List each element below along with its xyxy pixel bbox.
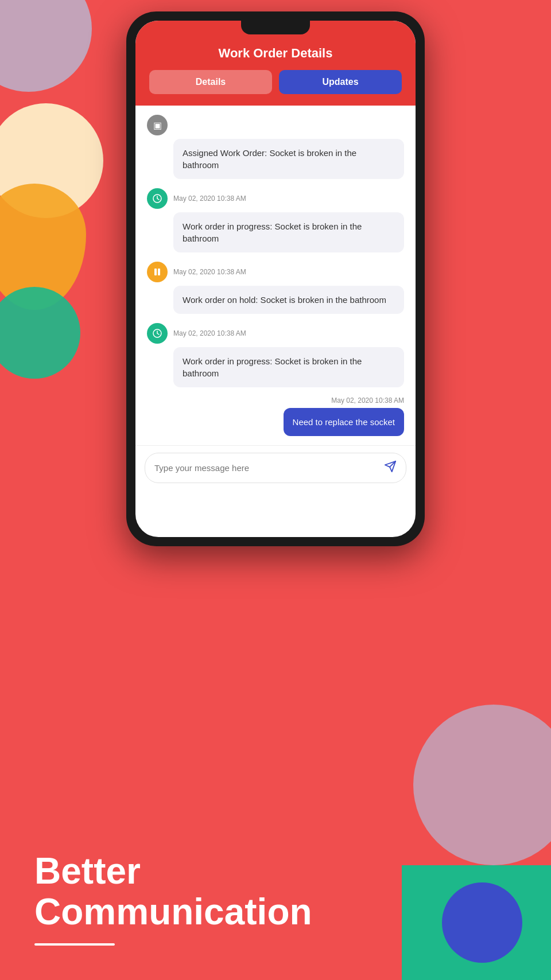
divider-line <box>34 943 115 946</box>
tab-updates[interactable]: Updates <box>279 70 402 94</box>
message-row: May 02, 2020 10:38 AM Work order in prog… <box>147 323 404 387</box>
message-input-wrapper <box>145 453 406 483</box>
phone-device: Work Order Details Details Updates ▣ Ass… <box>126 11 425 546</box>
status-icon-gray: ▣ <box>147 115 168 135</box>
status-icon-green <box>147 323 168 344</box>
svg-rect-2 <box>158 269 160 275</box>
message-input[interactable] <box>154 463 378 473</box>
message-bubble: Work order in progress: Socket is broken… <box>173 212 404 252</box>
bottom-section: Better Communication <box>0 828 551 980</box>
message-row: ▣ Assigned Work Order: Socket is broken … <box>147 115 404 179</box>
message-meta: May 02, 2020 10:38 AM <box>147 188 404 209</box>
message-row: May 02, 2020 10:38 AM Work order in prog… <box>147 188 404 252</box>
better-comm-title: Better Communication <box>34 851 517 932</box>
send-icon <box>384 460 397 473</box>
svg-rect-1 <box>154 269 157 275</box>
messages-area: ▣ Assigned Work Order: Socket is broken … <box>135 106 416 445</box>
message-timestamp: May 02, 2020 10:38 AM <box>173 268 246 276</box>
status-icon-green <box>147 188 168 209</box>
user-message-bubble: Need to replace the socket <box>284 408 404 436</box>
bg-shape-green <box>0 287 80 379</box>
phone-wrapper: Work Order Details Details Updates ▣ Ass… <box>121 0 430 546</box>
user-message-row: May 02, 2020 10:38 AM Need to replace th… <box>147 396 404 436</box>
tab-details[interactable]: Details <box>149 70 272 94</box>
message-meta: May 02, 2020 10:38 AM <box>147 262 404 282</box>
tab-bar: Details Updates <box>149 70 402 94</box>
send-button[interactable] <box>384 460 397 476</box>
better-line2: Communication <box>34 892 517 932</box>
message-bubble: Work order on hold: Socket is broken in … <box>173 286 404 314</box>
phone-screen: Work Order Details Details Updates ▣ Ass… <box>135 21 416 537</box>
better-line1: Better <box>34 851 517 891</box>
message-bubble: Work order in progress: Socket is broken… <box>173 347 404 387</box>
app-title: Work Order Details <box>149 46 402 61</box>
status-icon-orange <box>147 262 168 282</box>
message-meta: ▣ <box>147 115 404 135</box>
user-message-timestamp: May 02, 2020 10:38 AM <box>331 396 404 405</box>
message-bubble: Assigned Work Order: Socket is broken in… <box>173 139 404 179</box>
bg-circle-top-left <box>0 0 92 92</box>
message-row: May 02, 2020 10:38 AM Work order on hold… <box>147 262 404 314</box>
phone-notch <box>241 21 310 34</box>
message-timestamp: May 02, 2020 10:38 AM <box>173 329 246 337</box>
message-meta: May 02, 2020 10:38 AM <box>147 323 404 344</box>
message-input-area <box>135 445 416 495</box>
message-timestamp: May 02, 2020 10:38 AM <box>173 195 246 203</box>
